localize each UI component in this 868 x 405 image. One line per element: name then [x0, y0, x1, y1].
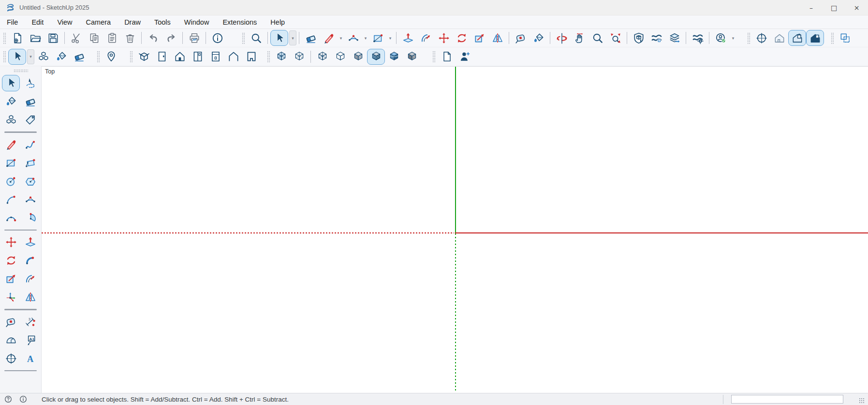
model-canvas[interactable]: Top [42, 66, 868, 393]
minimize-button[interactable]: – [800, 0, 823, 15]
extension-manager-button[interactable] [689, 30, 706, 46]
menu-edit[interactable]: Edit [31, 18, 44, 26]
eraser-button[interactable] [302, 30, 320, 46]
xray-style-button[interactable] [272, 49, 290, 65]
eraser-tool[interactable] [21, 93, 39, 110]
two-point-arc-tool[interactable] [21, 191, 39, 208]
save-button[interactable] [44, 30, 62, 46]
dimension-tool[interactable]: 3 [21, 314, 39, 330]
cut-button[interactable] [67, 30, 85, 46]
account-button[interactable] [712, 30, 730, 46]
resize-grip[interactable] [859, 398, 865, 404]
line-button[interactable] [320, 30, 338, 46]
window-button[interactable] [189, 49, 206, 65]
paste-button[interactable] [103, 30, 121, 46]
offset-tool[interactable] [21, 271, 39, 287]
rotate-tool[interactable] [2, 252, 20, 269]
tape-measure-tool[interactable] [2, 314, 20, 330]
add-location-button[interactable] [102, 49, 120, 65]
shaded-style-button[interactable] [349, 49, 367, 65]
house-view-light-button[interactable] [770, 30, 788, 46]
position-compass-tool[interactable] [2, 350, 20, 367]
palette-grip[interactable] [14, 69, 28, 72]
wireframe-style-button[interactable] [313, 49, 331, 65]
orbit-button[interactable] [553, 30, 571, 46]
paint-bucket-tool[interactable] [2, 93, 20, 110]
eraser-button[interactable] [70, 49, 88, 65]
share-model-button[interactable] [665, 30, 683, 46]
north-arrow-button[interactable] [752, 30, 770, 46]
move-tool[interactable] [2, 234, 20, 250]
menu-extensions[interactable]: Extensions [222, 18, 257, 26]
line-button-dropdown[interactable]: ▾ [338, 31, 344, 45]
lasso-tool[interactable] [21, 75, 39, 91]
components-button[interactable] [34, 49, 52, 65]
arc-button-dropdown[interactable]: ▾ [362, 31, 369, 45]
three-d-text-tool[interactable]: A [21, 350, 39, 367]
scale-tool[interactable] [2, 271, 20, 287]
menu-camera[interactable]: Camera [86, 18, 111, 26]
toolbar-grip[interactable] [432, 51, 436, 62]
delete-button[interactable] [121, 30, 139, 46]
components-tool[interactable] [2, 112, 20, 128]
arc-button[interactable] [344, 30, 362, 46]
menu-window[interactable]: Window [184, 18, 209, 26]
door-button[interactable] [153, 49, 171, 65]
freehand-tool[interactable] [21, 136, 39, 153]
shaded-textures-style-button[interactable] [367, 49, 385, 65]
add-person-button[interactable] [456, 49, 473, 65]
line-tool[interactable] [2, 136, 20, 153]
menu-tools[interactable]: Tools [154, 18, 171, 26]
selection-frames-button[interactable] [836, 30, 854, 46]
three-point-arc-tool[interactable] [2, 210, 20, 226]
scale-button[interactable] [471, 30, 488, 46]
extension-warehouse-button[interactable] [647, 30, 665, 46]
tape-measure-button[interactable] [512, 30, 530, 46]
polygon-tool[interactable] [21, 173, 39, 189]
move-button[interactable] [435, 30, 453, 46]
push-pull-button[interactable] [399, 30, 417, 46]
model-info-button[interactable] [208, 30, 226, 46]
toolbar-grip[interactable] [3, 51, 6, 62]
tag-tool[interactable] [21, 112, 39, 128]
measurements-input[interactable] [731, 395, 843, 404]
text-tool[interactable]: A1 [21, 332, 39, 348]
rectangle-tool[interactable] [2, 155, 20, 171]
new-button[interactable] [8, 30, 26, 46]
account-button-dropdown[interactable]: ▾ [730, 31, 736, 45]
slab-button[interactable] [242, 49, 260, 65]
geolocation-help-icon[interactable] [4, 395, 13, 404]
toolbar-grip[interactable] [242, 32, 245, 44]
zoom-extents-button[interactable] [606, 30, 624, 46]
toolbar-grip[interactable] [267, 51, 270, 62]
info-icon[interactable] [19, 395, 28, 404]
cabinet-button[interactable] [206, 49, 224, 65]
flip-button[interactable] [488, 30, 506, 46]
toolbar-grip[interactable] [831, 32, 834, 44]
hidden-line-style-button[interactable] [331, 49, 349, 65]
photoreal-style-button[interactable] [385, 49, 403, 65]
house-button[interactable] [171, 49, 189, 65]
circle-tool[interactable] [2, 173, 20, 189]
toolbar-grip[interactable] [130, 51, 133, 62]
print-button[interactable] [185, 30, 203, 46]
toolbar-grip[interactable] [3, 32, 6, 44]
house-view-solid-button[interactable] [806, 30, 824, 46]
blank-document-button[interactable] [438, 49, 456, 65]
select-button[interactable] [270, 30, 288, 46]
back-edges-style-button[interactable] [290, 49, 308, 65]
arc-tool[interactable] [2, 191, 20, 208]
menu-help[interactable]: Help [270, 18, 285, 26]
menu-view[interactable]: View [57, 18, 72, 26]
rotate-button[interactable] [453, 30, 471, 46]
rotated-rectangle-tool[interactable] [21, 155, 39, 171]
toolbar-grip[interactable] [97, 51, 100, 62]
open-button[interactable] [26, 30, 44, 46]
zoom-button[interactable] [588, 30, 606, 46]
copy-button[interactable] [85, 30, 103, 46]
house-view-outline-button[interactable] [788, 30, 806, 46]
pan-button[interactable] [571, 30, 588, 46]
follow-me-tool[interactable] [21, 252, 39, 269]
rectangle-button-dropdown[interactable]: ▾ [387, 31, 394, 45]
undo-button[interactable] [144, 30, 162, 46]
